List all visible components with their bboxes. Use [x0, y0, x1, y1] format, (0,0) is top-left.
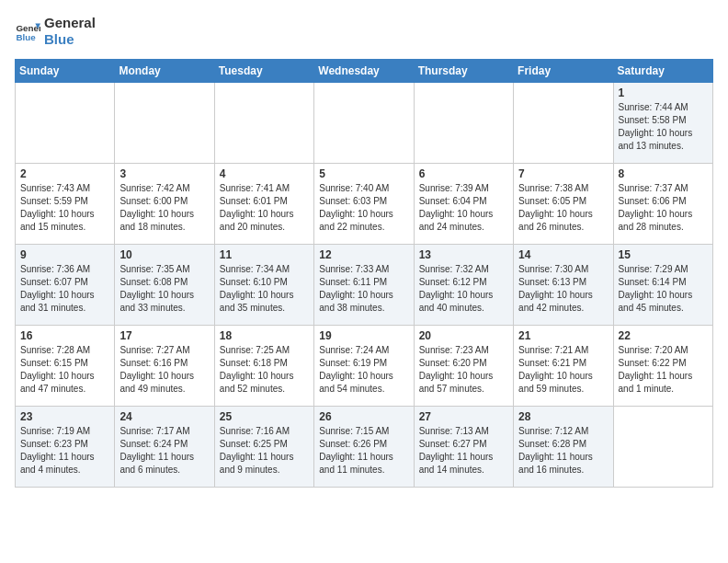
weekday-header-thursday: Thursday: [414, 60, 513, 83]
week-row-5: 23Sunrise: 7:19 AM Sunset: 6:23 PM Dayli…: [16, 407, 713, 488]
day-info: Sunrise: 7:44 AM Sunset: 5:58 PM Dayligh…: [619, 101, 708, 153]
day-number: 20: [419, 329, 508, 342]
day-number: 17: [119, 329, 209, 342]
calendar-cell: 10Sunrise: 7:35 AM Sunset: 6:08 PM Dayli…: [115, 245, 214, 326]
day-info: Sunrise: 7:20 AM Sunset: 6:22 PM Dayligh…: [619, 344, 708, 396]
day-info: Sunrise: 7:25 AM Sunset: 6:18 PM Dayligh…: [220, 344, 309, 396]
calendar-cell: 21Sunrise: 7:21 AM Sunset: 6:21 PM Dayli…: [514, 326, 613, 407]
day-number: 10: [119, 248, 209, 261]
day-info: Sunrise: 7:19 AM Sunset: 6:23 PM Dayligh…: [20, 425, 109, 477]
calendar-cell: [16, 83, 115, 164]
day-number: 15: [619, 248, 708, 261]
day-info: Sunrise: 7:34 AM Sunset: 6:10 PM Dayligh…: [220, 263, 309, 315]
day-number: 22: [619, 329, 708, 342]
calendar-cell: 14Sunrise: 7:30 AM Sunset: 6:13 PM Dayli…: [514, 245, 613, 326]
weekday-header-friday: Friday: [514, 60, 613, 83]
day-number: 28: [518, 410, 608, 423]
weekday-header-saturday: Saturday: [613, 60, 712, 83]
day-info: Sunrise: 7:41 AM Sunset: 6:01 PM Dayligh…: [220, 182, 309, 234]
day-number: 24: [119, 410, 209, 423]
day-info: Sunrise: 7:28 AM Sunset: 6:15 PM Dayligh…: [20, 344, 109, 396]
day-info: Sunrise: 7:30 AM Sunset: 6:13 PM Dayligh…: [518, 263, 608, 315]
page-header: General Blue General Blue: [15, 15, 713, 48]
calendar-cell: 20Sunrise: 7:23 AM Sunset: 6:20 PM Dayli…: [414, 326, 513, 407]
day-number: 14: [518, 248, 608, 261]
calendar-cell: 6Sunrise: 7:39 AM Sunset: 6:04 PM Daylig…: [414, 164, 513, 245]
calendar-cell: [613, 407, 712, 488]
day-info: Sunrise: 7:29 AM Sunset: 6:14 PM Dayligh…: [619, 263, 708, 315]
calendar-cell: 16Sunrise: 7:28 AM Sunset: 6:15 PM Dayli…: [16, 326, 115, 407]
calendar-cell: 25Sunrise: 7:16 AM Sunset: 6:25 PM Dayli…: [214, 407, 313, 488]
logo: General Blue General Blue: [15, 15, 96, 48]
calendar-cell: [414, 83, 513, 164]
calendar-cell: 3Sunrise: 7:42 AM Sunset: 6:00 PM Daylig…: [115, 164, 214, 245]
day-number: 9: [20, 248, 109, 261]
calendar-cell: 7Sunrise: 7:38 AM Sunset: 6:05 PM Daylig…: [514, 164, 613, 245]
day-info: Sunrise: 7:40 AM Sunset: 6:03 PM Dayligh…: [319, 182, 408, 234]
calendar-cell: 8Sunrise: 7:37 AM Sunset: 6:06 PM Daylig…: [613, 164, 712, 245]
day-info: Sunrise: 7:17 AM Sunset: 6:24 PM Dayligh…: [119, 425, 209, 477]
calendar-cell: 1Sunrise: 7:44 AM Sunset: 5:58 PM Daylig…: [613, 83, 712, 164]
day-info: Sunrise: 7:42 AM Sunset: 6:00 PM Dayligh…: [119, 182, 209, 234]
svg-text:Blue: Blue: [16, 32, 36, 42]
day-info: Sunrise: 7:24 AM Sunset: 6:19 PM Dayligh…: [319, 344, 408, 396]
day-info: Sunrise: 7:33 AM Sunset: 6:11 PM Dayligh…: [319, 263, 408, 315]
day-number: 12: [319, 248, 408, 261]
week-row-3: 9Sunrise: 7:36 AM Sunset: 6:07 PM Daylig…: [16, 245, 713, 326]
day-number: 6: [419, 167, 508, 180]
day-number: 8: [619, 167, 708, 180]
day-info: Sunrise: 7:35 AM Sunset: 6:08 PM Dayligh…: [119, 263, 209, 315]
day-number: 11: [220, 248, 309, 261]
calendar-table: SundayMondayTuesdayWednesdayThursdayFrid…: [15, 59, 713, 488]
day-info: Sunrise: 7:12 AM Sunset: 6:28 PM Dayligh…: [518, 425, 608, 477]
calendar-cell: 2Sunrise: 7:43 AM Sunset: 5:59 PM Daylig…: [16, 164, 115, 245]
day-info: Sunrise: 7:36 AM Sunset: 6:07 PM Dayligh…: [20, 263, 109, 315]
calendar-cell: 22Sunrise: 7:20 AM Sunset: 6:22 PM Dayli…: [613, 326, 712, 407]
day-info: Sunrise: 7:37 AM Sunset: 6:06 PM Dayligh…: [619, 182, 708, 234]
calendar-cell: 24Sunrise: 7:17 AM Sunset: 6:24 PM Dayli…: [115, 407, 214, 488]
weekday-header-row: SundayMondayTuesdayWednesdayThursdayFrid…: [16, 60, 713, 83]
logo-icon: General Blue: [15, 18, 40, 44]
day-number: 25: [220, 410, 309, 423]
calendar-cell: 19Sunrise: 7:24 AM Sunset: 6:19 PM Dayli…: [314, 326, 414, 407]
calendar-cell: 26Sunrise: 7:15 AM Sunset: 6:26 PM Dayli…: [314, 407, 414, 488]
day-number: 19: [319, 329, 408, 342]
day-number: 27: [419, 410, 508, 423]
day-info: Sunrise: 7:43 AM Sunset: 5:59 PM Dayligh…: [20, 182, 109, 234]
day-number: 23: [20, 410, 109, 423]
calendar-cell: 4Sunrise: 7:41 AM Sunset: 6:01 PM Daylig…: [214, 164, 313, 245]
day-number: 26: [319, 410, 408, 423]
calendar-cell: 11Sunrise: 7:34 AM Sunset: 6:10 PM Dayli…: [214, 245, 313, 326]
weekday-header-monday: Monday: [115, 60, 214, 83]
calendar-cell: 9Sunrise: 7:36 AM Sunset: 6:07 PM Daylig…: [16, 245, 115, 326]
calendar-cell: 12Sunrise: 7:33 AM Sunset: 6:11 PM Dayli…: [314, 245, 414, 326]
weekday-header-wednesday: Wednesday: [314, 60, 414, 83]
day-info: Sunrise: 7:39 AM Sunset: 6:04 PM Dayligh…: [419, 182, 508, 234]
logo-text-general: General: [44, 15, 96, 31]
day-info: Sunrise: 7:16 AM Sunset: 6:25 PM Dayligh…: [220, 425, 309, 477]
calendar-cell: [214, 83, 313, 164]
day-info: Sunrise: 7:23 AM Sunset: 6:20 PM Dayligh…: [419, 344, 508, 396]
day-number: 4: [220, 167, 309, 180]
day-number: 5: [319, 167, 408, 180]
week-row-2: 2Sunrise: 7:43 AM Sunset: 5:59 PM Daylig…: [16, 164, 713, 245]
logo-text-blue: Blue: [44, 31, 96, 48]
day-number: 1: [619, 86, 708, 99]
week-row-1: 1Sunrise: 7:44 AM Sunset: 5:58 PM Daylig…: [16, 83, 713, 164]
calendar-cell: 27Sunrise: 7:13 AM Sunset: 6:27 PM Dayli…: [414, 407, 513, 488]
day-info: Sunrise: 7:38 AM Sunset: 6:05 PM Dayligh…: [518, 182, 608, 234]
calendar-cell: [514, 83, 613, 164]
day-info: Sunrise: 7:32 AM Sunset: 6:12 PM Dayligh…: [419, 263, 508, 315]
calendar-cell: 13Sunrise: 7:32 AM Sunset: 6:12 PM Dayli…: [414, 245, 513, 326]
calendar-cell: [314, 83, 414, 164]
day-number: 13: [419, 248, 508, 261]
day-info: Sunrise: 7:27 AM Sunset: 6:16 PM Dayligh…: [119, 344, 209, 396]
day-number: 21: [518, 329, 608, 342]
day-info: Sunrise: 7:15 AM Sunset: 6:26 PM Dayligh…: [319, 425, 408, 477]
day-number: 18: [220, 329, 309, 342]
day-number: 7: [518, 167, 608, 180]
day-number: 3: [119, 167, 209, 180]
calendar-cell: 18Sunrise: 7:25 AM Sunset: 6:18 PM Dayli…: [214, 326, 313, 407]
calendar-cell: 17Sunrise: 7:27 AM Sunset: 6:16 PM Dayli…: [115, 326, 214, 407]
day-number: 16: [20, 329, 109, 342]
